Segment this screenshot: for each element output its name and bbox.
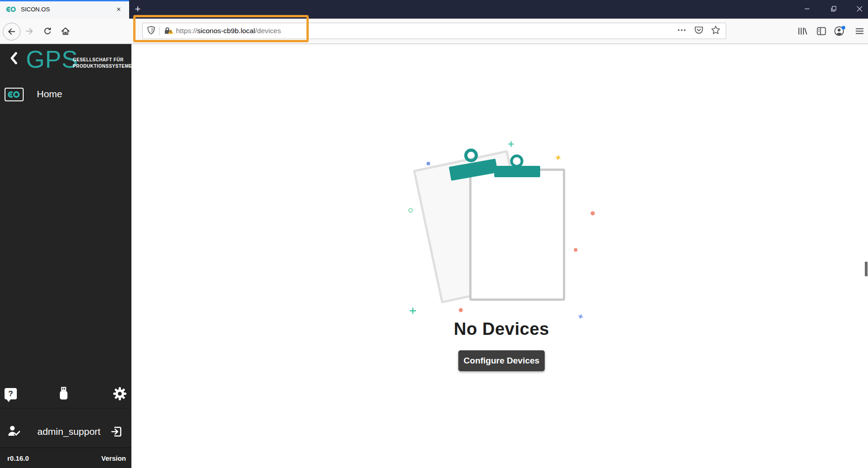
sidebar-collapse-chevron-icon[interactable] [7, 50, 20, 66]
url-scheme: https:// [176, 27, 197, 35]
sidebar-utility-icons: ? [0, 386, 131, 406]
help-icon[interactable]: ? [5, 388, 17, 399]
deco-dot-blue [426, 162, 430, 165]
active-tab-indicator [0, 0, 129, 1]
pocket-icon[interactable] [694, 26, 703, 36]
user-check-icon [7, 425, 20, 439]
urlbar-divider [159, 26, 160, 35]
library-icon[interactable] [795, 24, 810, 38]
hamburger-menu-icon[interactable] [852, 24, 867, 38]
titlebar: SICON.OS × + [0, 0, 868, 19]
page-actions-dots-icon[interactable]: ••• [677, 27, 687, 35]
gps-logo: GPS [26, 47, 78, 71]
sidebar: GPS GESELLSCHAFT FÜR PRODUKTIONSSYSTEME … [0, 44, 131, 468]
empty-state-title: No Devices [388, 319, 615, 339]
deco-sparkle-yellow-icon [554, 154, 562, 163]
insecure-lock-icon[interactable] [164, 27, 172, 35]
deco-plus-teal-icon [508, 141, 514, 149]
reload-button[interactable] [40, 24, 55, 38]
home-sicon-icon [5, 88, 24, 101]
new-tab-button[interactable]: + [131, 2, 145, 16]
sidebar-divider [0, 408, 131, 408]
window-minimize-button[interactable] [798, 0, 816, 17]
deco-plus-teal-icon [409, 307, 416, 316]
url-input[interactable]: https://siconos-cb9b.local/devices ••• [142, 23, 726, 39]
back-button[interactable] [3, 23, 20, 40]
logout-icon[interactable] [110, 426, 122, 438]
configure-devices-button[interactable]: Configure Devices [458, 350, 545, 371]
warning-triangle-icon [168, 28, 174, 36]
account-notification-badge [842, 26, 845, 30]
tracking-protection-shield-icon[interactable] [147, 26, 155, 36]
tab-close-icon[interactable]: × [113, 4, 125, 15]
help-question-glyph: ? [8, 389, 13, 398]
tab-title: SICON.OS [21, 6, 50, 13]
bookmark-star-icon[interactable] [711, 25, 720, 36]
tab-sicon-os[interactable]: SICON.OS × [0, 0, 129, 19]
gps-subtitle-line1: GESELLSCHAFT FÜR [73, 57, 132, 63]
devices-empty-state: No Devices Configure Devices [131, 44, 868, 468]
url-text: https://siconos-cb9b.local/devices [176, 27, 281, 35]
gear-icon[interactable] [113, 387, 127, 401]
url-path: /devices [255, 27, 281, 35]
user-row: admin_support [0, 418, 131, 446]
account-icon[interactable] [832, 24, 846, 38]
sidebar-item-home-label: Home [37, 89, 62, 100]
deco-ring-green [408, 208, 413, 213]
page-actions: ••• [677, 25, 720, 36]
version-label: Version [101, 454, 126, 462]
deco-dot-salmon [459, 308, 463, 312]
page-content: GPS GESELLSCHAFT FÜR PRODUKTIONSSYSTEME … [0, 44, 868, 468]
clipboard-clip-ring-front [510, 154, 523, 168]
url-host: siconos-cb9b.local [197, 27, 256, 35]
clipboard-clip-ring-back [464, 149, 478, 162]
gps-logo-subtitle: GESELLSCHAFT FÜR PRODUKTIONSSYSTEME [73, 57, 132, 69]
sidebar-item-home[interactable]: Home [0, 85, 131, 105]
version-bar: r0.16.0 Version [0, 448, 131, 468]
window-restore-button[interactable] [825, 0, 842, 17]
deco-dot-salmon [574, 248, 577, 252]
version-value: r0.16.0 [7, 454, 29, 462]
home-button[interactable] [58, 24, 73, 38]
deco-dot-salmon [591, 211, 595, 215]
window-close-button[interactable] [851, 0, 868, 17]
browser-window: SICON.OS × + [0, 0, 868, 468]
usb-icon[interactable] [59, 386, 68, 401]
username-label: admin_support [37, 426, 100, 437]
gps-subtitle-line2: PRODUKTIONSSYSTEME [73, 63, 132, 70]
forward-button[interactable] [22, 24, 36, 38]
sicon-logo-icon [6, 5, 17, 13]
scrollbar-thumb[interactable] [865, 262, 868, 276]
navigation-toolbar: https://siconos-cb9b.local/devices ••• [0, 19, 868, 44]
clipboard-front [469, 169, 565, 301]
sidebar-toggle-icon[interactable] [814, 24, 828, 38]
